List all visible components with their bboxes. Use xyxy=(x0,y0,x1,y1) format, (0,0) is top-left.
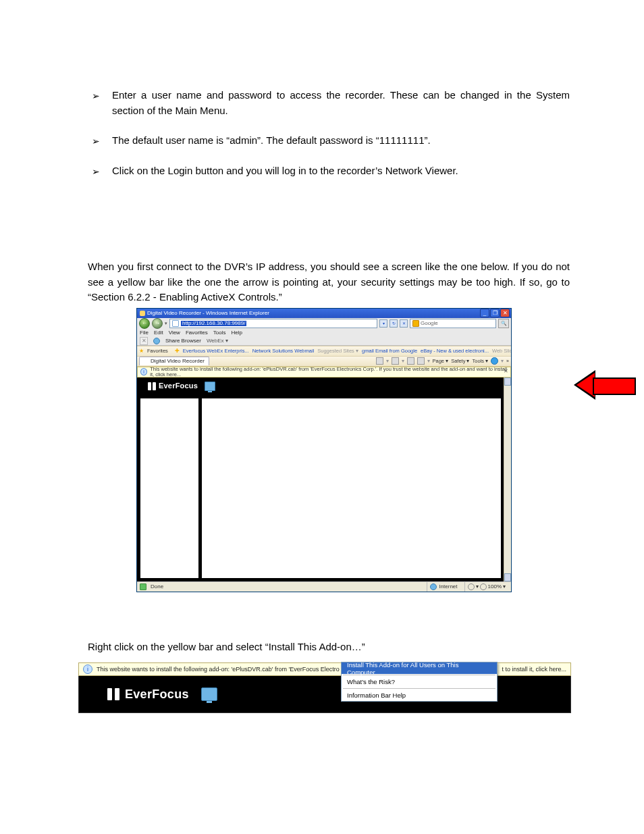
protected-mode-icon xyxy=(468,583,475,590)
everfocus-text: EverFocus xyxy=(125,687,189,702)
infobar-context-menu: Install This Add-on for All Users on Thi… xyxy=(341,662,498,702)
bullet-arrow-icon: ➢ xyxy=(92,89,100,103)
window-titlebar: Digital Video Recorder - Windows Interne… xyxy=(137,309,511,318)
toolbar-close-icon[interactable]: ✕ xyxy=(140,337,148,345)
fav-link[interactable]: Network Solutions Webmail xyxy=(252,348,315,354)
google-icon xyxy=(412,320,419,327)
menu-view[interactable]: View xyxy=(169,330,180,336)
context-menu-screenshot: i This website wants to install the foll… xyxy=(78,662,571,713)
infobar-text-right: t to install it, click here... xyxy=(502,666,566,673)
bullet-arrow-icon: ➢ xyxy=(92,165,100,179)
dvr-header: EverFocus xyxy=(137,377,504,395)
page-icon xyxy=(172,320,179,327)
history-dropdown-icon[interactable]: ▾ xyxy=(165,321,167,325)
zoom-icon xyxy=(480,583,487,590)
forward-button[interactable]: → xyxy=(152,318,163,329)
status-done: Done xyxy=(151,584,163,590)
share-toolbar: ✕ Share Browser WebEx ▾ xyxy=(137,337,511,345)
safety-menu[interactable]: Safety ▾ xyxy=(451,359,469,364)
address-dropdown-icon[interactable]: ▾ xyxy=(379,319,387,328)
close-button[interactable]: ✕ xyxy=(500,309,510,317)
bullet-text: The default user name is “admin”. The de… xyxy=(112,134,431,146)
instruction-bullet-list: ➢Enter a user name and password to acces… xyxy=(88,88,570,178)
window-title: Digital Video Recorder - Windows Interne… xyxy=(147,311,269,316)
ie-window-screenshot: Digital Video Recorder - Windows Interne… xyxy=(136,308,512,592)
infobar-text: This website wants to install the follow… xyxy=(150,367,508,377)
search-field[interactable]: Google xyxy=(410,319,496,328)
everfocus-logo: EverFocus xyxy=(107,687,189,702)
zoom-control[interactable]: ▾ 100% ▾ xyxy=(464,582,508,592)
callout-arrow-icon xyxy=(574,370,633,400)
tab-page-icon xyxy=(144,359,149,364)
menu-item-whats-the-risk[interactable]: What's the Risk? xyxy=(342,676,497,687)
menu-item-install-addon[interactable]: Install This Add-on for All Users on Thi… xyxy=(342,662,497,674)
everfocus-mark-icon xyxy=(148,382,156,390)
dvr-left-panel xyxy=(140,398,198,578)
everfocus-mark-icon xyxy=(107,688,119,700)
tools-menu[interactable]: Tools ▾ xyxy=(472,359,488,364)
ie-app-icon xyxy=(140,311,145,316)
infobar-close-icon[interactable]: ✕ xyxy=(502,368,509,375)
paragraph-intro: When you first connect to the DVR’s IP a… xyxy=(88,259,570,305)
home-icon[interactable] xyxy=(376,357,383,365)
activex-infobar[interactable]: i This website wants to install the foll… xyxy=(137,367,511,377)
activex-infobar[interactable]: i This website wants to install the foll… xyxy=(78,662,571,676)
webex-menu[interactable]: WebEx ▾ xyxy=(207,338,228,344)
status-flag-icon xyxy=(140,583,146,590)
address-bar[interactable]: http://192.168.30.78:9989/ xyxy=(169,319,377,328)
expand-icon[interactable]: » xyxy=(506,359,509,363)
bullet-text: Click on the Login button and you will l… xyxy=(112,165,458,176)
monitor-icon[interactable] xyxy=(201,687,217,701)
vertical-scrollbar[interactable] xyxy=(504,377,511,581)
menu-file[interactable]: File xyxy=(140,330,149,336)
help-icon[interactable] xyxy=(491,357,498,365)
feeds-icon[interactable] xyxy=(392,357,399,365)
menu-item-info-bar-help[interactable]: Information Bar Help xyxy=(342,689,497,701)
bullet-item: ➢The default user name is “admin”. The d… xyxy=(88,133,570,149)
internet-zone-icon xyxy=(430,583,437,590)
menu-help[interactable]: Help xyxy=(231,330,242,336)
share-browser-label[interactable]: Share Browser xyxy=(165,338,201,344)
menu-separator xyxy=(343,688,495,689)
refresh-button[interactable]: ↻ xyxy=(390,319,398,328)
globe-icon xyxy=(153,338,160,344)
everfocus-logo: EverFocus xyxy=(148,382,198,390)
maximize-button[interactable]: ❐ xyxy=(490,309,500,317)
internet-zone-label: Internet xyxy=(439,584,457,590)
page-menu[interactable]: Page ▾ xyxy=(433,359,449,364)
browser-tab[interactable]: Digital Video Recorder xyxy=(139,357,209,365)
search-provider: Google xyxy=(421,321,438,326)
print-icon[interactable] xyxy=(417,357,425,365)
infobar-text-left: This website wants to install the follow… xyxy=(97,666,340,673)
everfocus-text: EverFocus xyxy=(159,382,198,390)
fav-link[interactable]: gmail Email from Google xyxy=(362,348,417,354)
zoom-level: 100% xyxy=(488,584,502,590)
main-menubar: File Edit View Favorites Tools Help xyxy=(137,329,511,337)
fav-link[interactable]: eBay - New & used electroni... xyxy=(421,348,489,354)
status-bar: Done Internet ▾ 100% ▾ xyxy=(137,581,511,592)
fav-link[interactable]: Everfocus WebEx Enterpris... xyxy=(183,348,249,354)
mail-icon[interactable] xyxy=(407,357,414,365)
favorites-label[interactable]: Favorites xyxy=(147,348,168,354)
favorites-star-icon[interactable]: ★ xyxy=(139,348,144,354)
monitor-icon[interactable] xyxy=(205,382,215,391)
minimize-button[interactable]: _ xyxy=(480,309,489,317)
info-icon: i xyxy=(140,368,147,375)
add-favorite-icon[interactable]: ✚ xyxy=(175,348,180,354)
tab-label: Digital Video Recorder xyxy=(151,359,205,364)
menu-favorites[interactable]: Favorites xyxy=(186,330,208,336)
fav-link[interactable]: Web Slice Gallery ▾ xyxy=(492,348,511,354)
back-button[interactable]: ← xyxy=(139,318,150,329)
bullet-item: ➢Click on the Login button and you will … xyxy=(88,163,570,179)
page-content-area: EverFocus xyxy=(137,377,511,581)
search-button[interactable]: 🔍 xyxy=(498,319,509,328)
tab-strip: Digital Video Recorder ▾ ▾ ▾ Page ▾ Safe… xyxy=(137,357,511,367)
address-url: http://192.168.30.78:9989/ xyxy=(181,321,246,326)
menu-edit[interactable]: Edit xyxy=(154,330,163,336)
menu-tools[interactable]: Tools xyxy=(213,330,226,336)
bullet-text: Enter a user name and password to access… xyxy=(112,89,570,116)
stop-button[interactable]: ✕ xyxy=(400,319,408,328)
fav-link[interactable]: Suggested Sites ▾ xyxy=(317,348,358,354)
paragraph-instruction: Right click on the yellow bar and select… xyxy=(88,640,570,655)
dvr-body xyxy=(137,395,504,581)
